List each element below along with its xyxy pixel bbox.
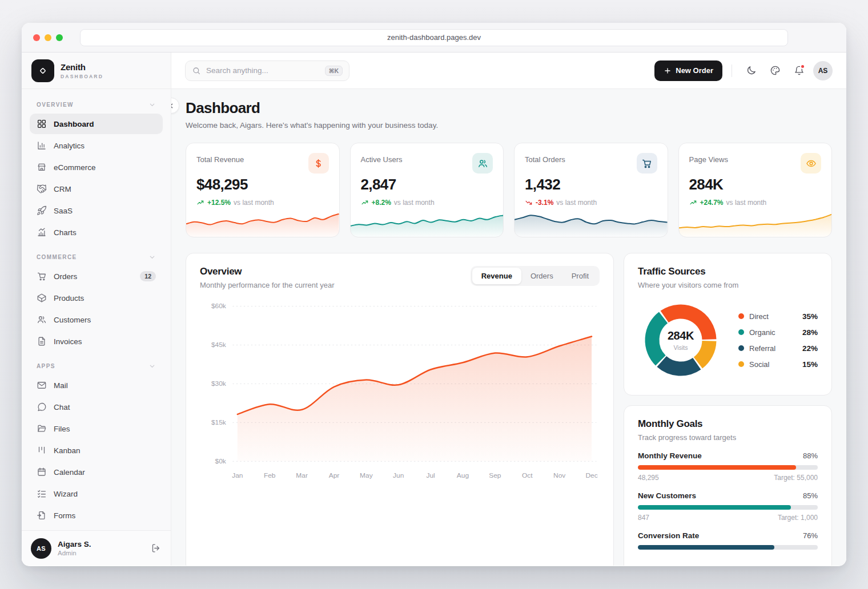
svg-text:$45k: $45k — [211, 341, 226, 349]
trend-up-icon — [361, 199, 369, 207]
browser-window: zenith-dashboard.pages.dev Zenith DASHBO… — [22, 23, 846, 566]
sidebar-item-invoices[interactable]: Invoices — [30, 331, 163, 352]
tab-revenue[interactable]: Revenue — [472, 268, 521, 284]
stat-value: 2,847 — [361, 176, 493, 193]
nav-section-label: OVERVIEW — [30, 91, 163, 114]
sidebar-item-wizard[interactable]: Wizard — [30, 483, 163, 504]
sidebar-item-files[interactable]: Files — [30, 418, 163, 439]
section-collapse-toggle[interactable] — [148, 253, 156, 261]
goal-conversion-rate: Conversion Rate76% — [638, 531, 818, 550]
logout-button[interactable] — [151, 543, 162, 554]
traffic-title: Traffic Sources — [638, 266, 818, 277]
svg-text:Oct: Oct — [522, 472, 533, 480]
stat-trend: -3.1%vs last month — [525, 199, 657, 207]
goal-target: Target: 1,000 — [778, 514, 818, 522]
sidebar-item-charts[interactable]: Charts — [30, 222, 163, 243]
goal-monthly-revenue: Monthly Revenue88%48,295Target: 55,000 — [638, 451, 818, 482]
goal-label: New Customers — [638, 491, 696, 500]
user-meta: Aigars S. Admin — [58, 540, 91, 556]
trend-up-icon — [196, 199, 204, 207]
sidebar-item-customers[interactable]: Customers — [30, 309, 163, 330]
sidebar-item-orders[interactable]: Orders12 — [30, 266, 163, 287]
overview-header: Overview Monthly performance for the cur… — [200, 266, 600, 289]
overview-card: Overview Monthly performance for the cur… — [186, 253, 614, 566]
notification-dot — [800, 64, 805, 69]
close-window-button[interactable] — [33, 34, 40, 41]
window-controls — [33, 34, 63, 41]
sidebar-item-label: Dashboard — [54, 120, 94, 128]
goal-progress-fill — [638, 465, 796, 470]
donut-center: 284K Visits — [638, 297, 724, 383]
svg-text:Sep: Sep — [489, 472, 501, 480]
sidebar-item-ecommerce[interactable]: eCommerce — [30, 157, 163, 177]
new-order-button[interactable]: New Order — [654, 60, 722, 81]
sidebar-item-calendar[interactable]: Calendar — [30, 462, 163, 482]
stat-sparkline — [515, 207, 668, 237]
kanban-icon — [37, 445, 47, 455]
traffic-donut: 284K Visits — [638, 297, 724, 383]
search-icon — [192, 66, 201, 75]
legend-label: Referral — [749, 344, 775, 353]
stat-delta: +24.7% — [700, 199, 724, 207]
sidebar-item-forms[interactable]: Forms — [30, 505, 163, 526]
mail-icon — [37, 380, 47, 390]
address-bar[interactable]: zenith-dashboard.pages.dev — [80, 29, 788, 46]
sidebar-item-label: Orders — [54, 272, 77, 281]
stat-delta-suffix: vs last month — [726, 199, 767, 207]
dark-mode-button[interactable] — [741, 61, 761, 80]
dollar-icon — [313, 158, 324, 169]
goal-progress-track — [638, 465, 818, 470]
page-title: Dashboard — [186, 99, 832, 117]
moon-icon — [746, 65, 757, 76]
header-divider — [732, 64, 732, 77]
goal-target: Target: 55,000 — [774, 474, 818, 482]
stat-label: Total Orders — [525, 153, 565, 164]
profile-avatar-button[interactable]: AS — [813, 61, 833, 80]
sidebar-item-chat[interactable]: Chat — [30, 397, 163, 417]
sidebar-item-kanban[interactable]: Kanban — [30, 440, 163, 461]
zoom-window-button[interactable] — [56, 34, 63, 41]
sidebar-item-mail[interactable]: Mail — [30, 375, 163, 396]
sidebar-item-saas[interactable]: SaaS — [30, 200, 163, 221]
stat-top: Total Revenue — [196, 153, 329, 174]
sidebar-item-dashboard[interactable]: Dashboard — [30, 114, 163, 134]
app-shell: Zenith DASHBOARD OVERVIEWDashboardAnalyt… — [22, 53, 846, 566]
sidebar-item-label: Invoices — [54, 337, 82, 346]
tab-profit[interactable]: Profit — [562, 268, 598, 284]
legend-percent: 28% — [802, 328, 818, 337]
tab-orders[interactable]: Orders — [521, 268, 562, 284]
stat-delta-suffix: vs last month — [556, 199, 597, 207]
legend-label: Direct — [749, 312, 769, 321]
section-collapse-toggle[interactable] — [148, 362, 156, 370]
stat-value: 1,432 — [525, 176, 657, 193]
theme-button[interactable] — [765, 61, 785, 80]
search-input[interactable] — [206, 66, 320, 75]
top-header: ⌘K New Order — [171, 53, 846, 89]
stat-trend: +12.5%vs last month — [196, 199, 329, 207]
sidebar-item-label: Files — [54, 425, 70, 433]
goal-current: 48,295 — [638, 474, 659, 482]
sidebar-item-analytics[interactable]: Analytics — [30, 135, 163, 156]
sidebar-item-crm[interactable]: CRM — [30, 179, 163, 199]
donut-value: 284K — [668, 329, 694, 342]
stat-delta-suffix: vs last month — [234, 199, 274, 207]
stat-sparkline — [679, 207, 832, 237]
sidebar-item-products[interactable]: Products — [30, 288, 163, 308]
search-box[interactable]: ⌘K — [185, 60, 349, 81]
stat-trend: +8.2%vs last month — [361, 199, 493, 207]
handshake-icon — [37, 184, 47, 194]
minimize-window-button[interactable] — [45, 34, 51, 41]
section-collapse-toggle[interactable] — [148, 101, 156, 108]
legend-percent: 15% — [802, 360, 818, 369]
eye-icon — [806, 158, 817, 169]
sidebar-collapse-button[interactable] — [171, 98, 179, 114]
svg-text:May: May — [360, 472, 373, 480]
svg-text:Dec: Dec — [585, 472, 597, 480]
stat-label: Page Views — [689, 153, 728, 164]
user-role: Admin — [58, 550, 91, 556]
calendar-icon — [37, 467, 47, 477]
notifications-button[interactable] — [789, 61, 809, 80]
overview-titles: Overview Monthly performance for the cur… — [200, 266, 335, 289]
users-icon — [477, 158, 488, 169]
svg-text:Jan: Jan — [232, 472, 243, 480]
